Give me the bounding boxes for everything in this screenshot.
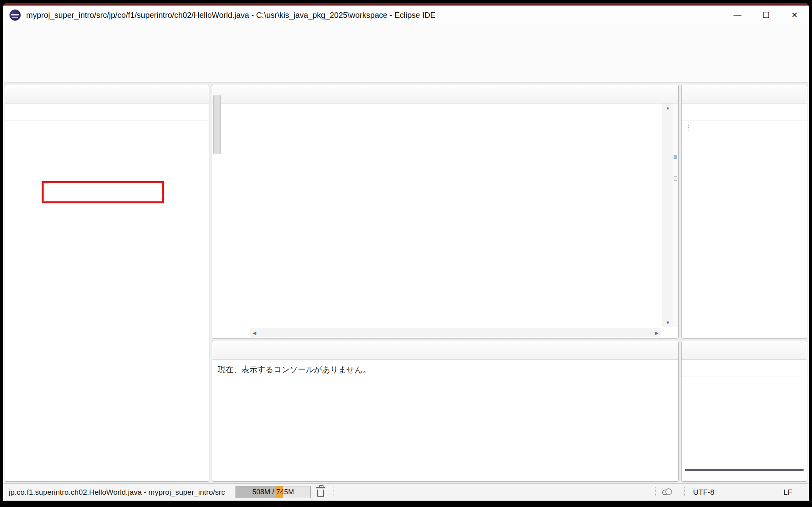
line-ending-indicator[interactable]: LF	[783, 484, 792, 501]
workbench: ▲ ▼ ◀ ▶ ⋮ 現在、表示するコンソールがありません。	[3, 82, 809, 483]
editor-horizontal-scrollbar[interactable]: ◀ ▶	[250, 328, 661, 337]
window-controls: — ☐ ✕	[723, 6, 809, 25]
console-panel: 現在、表示するコンソールがありません。	[212, 341, 679, 482]
red-annotation-box	[42, 181, 164, 203]
status-selection-path: jp.co.f1.superintro.ch02.HelloWorld.java…	[9, 484, 225, 501]
garbage-collect-button[interactable]	[317, 490, 324, 497]
status-separator	[655, 487, 656, 497]
editor-vertical-scrollbar[interactable]: ▲ ▼	[663, 103, 673, 327]
scroll-left-icon[interactable]: ◀	[253, 330, 256, 336]
servers-panel	[681, 341, 807, 482]
encoding-indicator[interactable]: UTF-8	[693, 484, 714, 501]
progress-indicator-icon[interactable]	[662, 484, 670, 501]
minimize-button[interactable]: —	[723, 6, 752, 25]
servers-list	[682, 377, 807, 380]
outline-tree	[682, 121, 807, 138]
console-tabbar	[212, 341, 678, 360]
close-button[interactable]: ✕	[780, 6, 809, 25]
vertical-scroll-thumb[interactable]	[213, 95, 221, 154]
overview-ruler	[673, 103, 678, 327]
console-message: 現在、表示するコンソールがありません。	[212, 360, 678, 380]
heap-monitor: 508M / 745M	[236, 486, 324, 498]
servers-tabbar	[682, 341, 807, 360]
servers-toolbar	[682, 360, 807, 377]
package-explorer-tree	[5, 121, 209, 124]
status-separator	[684, 487, 685, 497]
menu-bar	[3, 25, 809, 43]
main-toolbar	[3, 43, 809, 64]
scroll-up-icon[interactable]: ▲	[666, 105, 670, 111]
overview-task-marker[interactable]	[674, 155, 677, 159]
overview-range-marker[interactable]	[674, 176, 677, 181]
navigation-toolbar	[3, 64, 809, 82]
package-explorer-panel	[5, 85, 209, 482]
titlebar: myproj_super_intro/src/jp/co/f1/superint…	[3, 6, 809, 25]
maximize-button[interactable]: ☐	[752, 6, 780, 25]
editor-tabbar	[212, 85, 678, 103]
progress-circles-icon	[662, 490, 670, 495]
outline-tabbar	[682, 85, 807, 103]
eclipse-logo-icon	[10, 10, 21, 21]
window-title: myproj_super_intro/src/jp/co/f1/superint…	[26, 11, 723, 20]
status-separator	[333, 487, 333, 497]
outline-panel: ⋮	[681, 85, 807, 339]
scroll-right-icon[interactable]: ▶	[655, 330, 659, 336]
servers-scrollbar-thumb[interactable]	[685, 469, 804, 471]
eclipse-window: myproj_super_intro/src/jp/co/f1/superint…	[3, 3, 809, 501]
package-explorer-tabbar	[5, 85, 209, 103]
outline-toolbar	[682, 103, 807, 121]
heap-status-bar: 508M / 745M	[236, 486, 311, 498]
heap-text: 508M / 745M	[236, 486, 310, 498]
status-bar: jp.co.f1.superintro.ch02.HelloWorld.java…	[3, 483, 809, 501]
code-editor[interactable]	[212, 103, 663, 327]
scroll-down-icon[interactable]: ▼	[666, 320, 670, 325]
package-explorer-toolbar	[5, 103, 209, 121]
editor-panel: ▲ ▼ ◀ ▶	[212, 85, 679, 339]
